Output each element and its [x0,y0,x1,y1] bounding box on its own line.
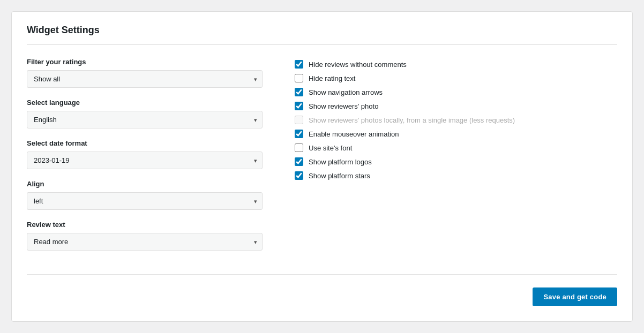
show-platform-stars-label[interactable]: Show platform stars [309,172,370,180]
review-text-select[interactable]: Read more Show full Truncate [27,233,263,251]
list-item: Show reviewers' photos locally, from a s… [295,116,617,124]
select-date-format-select-wrapper: 2023-01-19 01/19/2023 19/01/2023 January… [27,152,263,169]
enable-mouseover-label[interactable]: Enable mouseover animation [309,130,399,138]
filter-ratings-select-wrapper: Show all 5 stars 4 stars 3 stars 2 stars… [27,70,263,88]
show-reviewers-photo-checkbox[interactable] [295,102,303,110]
checkbox-list: Hide reviews without comments Hide ratin… [295,60,617,180]
align-label: Align [27,180,263,188]
left-panel: Filter your ratings Show all 5 stars 4 s… [27,58,263,261]
list-item: Hide reviews without comments [295,60,617,69]
bottom-divider [27,274,617,275]
list-item: Enable mouseover animation [295,130,617,138]
align-group: Align left center right ▾ [27,180,263,210]
hide-reviews-label[interactable]: Hide reviews without comments [309,60,407,69]
align-select-wrapper: left center right ▾ [27,192,263,210]
select-language-group: Select language English French German Sp… [27,99,263,128]
align-select[interactable]: left center right [27,192,263,210]
list-item: Show reviewers' photo [295,102,617,110]
list-item: Hide rating text [295,74,617,82]
right-panel: Hide reviews without comments Hide ratin… [295,58,617,261]
filter-ratings-label: Filter your ratings [27,58,263,66]
select-language-select-wrapper: English French German Spanish ▾ [27,111,263,128]
show-nav-arrows-label[interactable]: Show navigation arrows [309,88,383,96]
select-date-format-label: Select date format [27,139,263,147]
hide-reviews-checkbox[interactable] [295,60,303,69]
show-nav-arrows-checkbox[interactable] [295,88,303,96]
use-site-font-label[interactable]: Use site's font [309,144,352,152]
review-text-group: Review text Read more Show full Truncate… [27,221,263,251]
hide-rating-text-checkbox[interactable] [295,74,303,82]
use-site-font-checkbox[interactable] [295,143,303,152]
select-language-select[interactable]: English French German Spanish [27,111,263,128]
save-and-get-code-button[interactable]: Save and get code [533,287,617,306]
show-platform-stars-checkbox[interactable] [295,171,303,180]
footer-row: Save and get code [27,287,617,306]
show-reviewers-photo-label[interactable]: Show reviewers' photo [309,102,378,110]
select-language-label: Select language [27,99,263,107]
hide-rating-text-label[interactable]: Hide rating text [309,74,355,82]
list-item: Use site's font [295,143,617,152]
list-item: Show navigation arrows [295,88,617,96]
review-text-select-wrapper: Read more Show full Truncate ▾ [27,233,263,251]
select-date-format-group: Select date format 2023-01-19 01/19/2023… [27,139,263,169]
show-platform-logos-label[interactable]: Show platform logos [309,158,372,166]
review-text-label: Review text [27,221,263,229]
list-item: Show platform stars [295,171,617,180]
list-item: Show platform logos [295,157,617,166]
widget-settings-panel: Widget Settings Filter your ratings Show… [11,11,633,322]
page-title: Widget Settings [27,25,617,36]
filter-ratings-select[interactable]: Show all 5 stars 4 stars 3 stars 2 stars… [27,70,263,88]
select-date-format-select[interactable]: 2023-01-19 01/19/2023 19/01/2023 January… [27,152,263,169]
filter-ratings-group: Filter your ratings Show all 5 stars 4 s… [27,58,263,88]
show-platform-logos-checkbox[interactable] [295,157,303,166]
show-photos-locally-checkbox [295,116,303,124]
show-photos-locally-label: Show reviewers' photos locally, from a s… [309,116,515,124]
top-divider [27,44,617,45]
content-row: Filter your ratings Show all 5 stars 4 s… [27,58,617,261]
enable-mouseover-checkbox[interactable] [295,130,303,138]
